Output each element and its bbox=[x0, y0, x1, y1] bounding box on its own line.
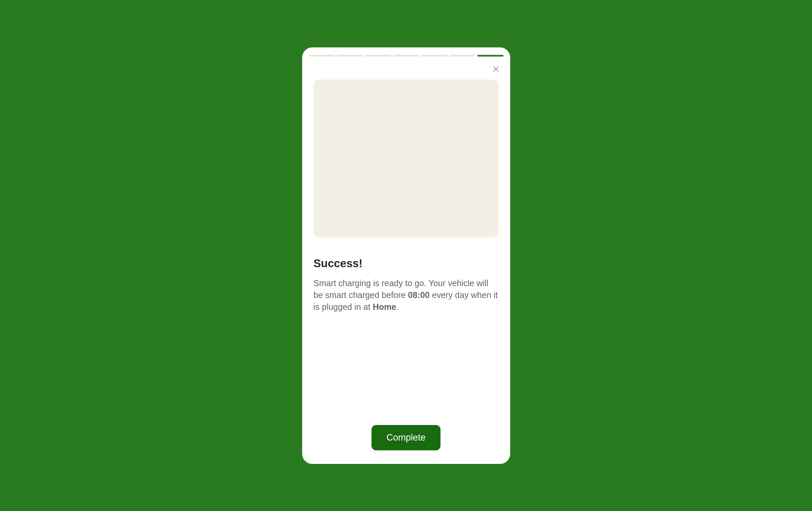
description-text: . bbox=[396, 302, 399, 312]
close-button[interactable] bbox=[490, 63, 502, 75]
progress-segment bbox=[309, 55, 335, 57]
progress-segment bbox=[421, 55, 447, 57]
success-description: Smart charging is ready to go. Your vehi… bbox=[314, 277, 499, 313]
complete-button[interactable]: Complete bbox=[371, 425, 441, 450]
close-icon bbox=[492, 65, 500, 73]
charge-location: Home bbox=[373, 302, 396, 312]
content-area: Success! Smart charging is ready to go. … bbox=[302, 59, 510, 425]
progress-segment bbox=[393, 55, 419, 57]
button-container: Complete bbox=[302, 425, 510, 450]
progress-segment bbox=[337, 55, 363, 57]
image-placeholder bbox=[314, 80, 499, 237]
progress-segment bbox=[365, 55, 391, 57]
progress-indicator bbox=[302, 55, 510, 57]
success-heading: Success! bbox=[314, 257, 499, 270]
onboarding-screen: Success! Smart charging is ready to go. … bbox=[302, 47, 510, 464]
progress-segment bbox=[449, 55, 475, 57]
progress-segment-active bbox=[477, 55, 503, 57]
charge-time: 08:00 bbox=[408, 290, 430, 300]
